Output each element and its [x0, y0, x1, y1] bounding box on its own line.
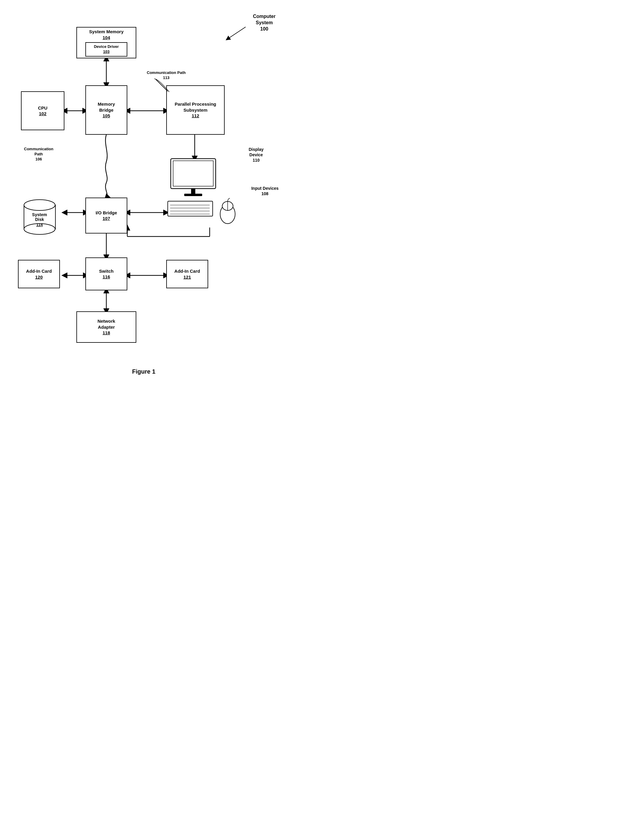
comm-path-113-arrow	[138, 76, 174, 94]
add-in-card-121-label: Add-In Card	[174, 268, 200, 274]
diagram: Computer System 100 System Memory 104 De…	[0, 0, 288, 365]
io-bridge-label: I/O Bridge	[95, 210, 117, 216]
memory-bridge-box: MemoryBridge 105	[85, 85, 127, 135]
display-device-icon	[168, 157, 218, 199]
parallel-processing-label: Parallel ProcessingSubsystem	[175, 101, 216, 113]
comm-path-106-label: CommunicationPath106	[24, 147, 53, 162]
device-driver-label: Device Driver	[94, 44, 119, 49]
connection-arrows	[0, 0, 288, 365]
display-device-label: DisplayDevice110	[249, 147, 264, 163]
network-adapter-box: Network Adapter 118	[76, 311, 136, 343]
add-in-card-121-box: Add-In Card 121	[166, 260, 208, 288]
memory-bridge-id: 105	[103, 113, 110, 119]
input-devices-label: Input Devices108	[251, 186, 279, 196]
svg-rect-15	[191, 189, 195, 194]
svg-text:System: System	[32, 212, 47, 217]
device-driver-id: 103	[103, 49, 110, 54]
add-in-card-120-box: Add-In Card 120	[18, 260, 60, 288]
parallel-processing-id: 112	[192, 113, 199, 119]
mouse-icon	[217, 197, 238, 224]
add-in-card-120-label: Add-In Card	[26, 268, 52, 274]
switch-label: Switch	[99, 268, 114, 274]
computer-system-label: Computer System 100	[253, 13, 275, 32]
keyboard-icon	[167, 201, 214, 217]
svg-text:114: 114	[36, 223, 43, 227]
system-memory-label: System Memory	[89, 29, 123, 35]
cpu-box: CPU 102	[21, 91, 64, 130]
add-in-card-120-id: 120	[35, 274, 43, 280]
memory-bridge-label: MemoryBridge	[98, 101, 115, 113]
computer-system-arrow	[225, 24, 249, 42]
svg-text:Disk: Disk	[35, 217, 44, 222]
parallel-processing-box: Parallel ProcessingSubsystem 112	[166, 85, 225, 135]
cpu-id: 102	[39, 111, 46, 117]
io-bridge-id: 107	[103, 216, 110, 221]
io-bridge-box: I/O Bridge 107	[85, 197, 127, 234]
system-memory-id: 104	[103, 35, 110, 41]
svg-point-26	[24, 200, 55, 210]
figure-caption: Figure 1	[0, 368, 288, 375]
network-adapter-id: 118	[103, 330, 110, 336]
add-in-card-121-id: 121	[183, 274, 191, 280]
cpu-label: CPU	[38, 105, 47, 111]
svg-rect-16	[184, 194, 202, 196]
svg-rect-14	[173, 161, 213, 186]
switch-id: 116	[103, 274, 110, 280]
switch-box: Switch 116	[85, 257, 127, 291]
device-driver-box: Device Driver 103	[85, 42, 127, 57]
network-adapter-label: Network Adapter	[97, 318, 115, 330]
system-disk-icon: System Disk 114	[18, 197, 62, 235]
system-memory-box: System Memory 104 Device Driver 103	[76, 27, 136, 58]
